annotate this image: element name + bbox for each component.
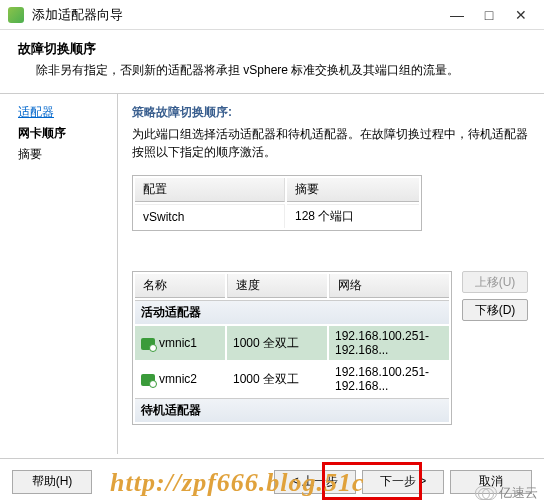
- header-section: 故障切换顺序 除非另有指定，否则新的适配器将承担 vSphere 标准交换机及其…: [0, 30, 544, 94]
- titlebar: 添加适配器向导 — □ ✕: [0, 0, 544, 30]
- vsphere-icon: [8, 7, 24, 23]
- move-up-button[interactable]: 上移(U): [462, 271, 528, 293]
- close-button[interactable]: ✕: [514, 8, 528, 22]
- adapter-table: 名称 速度 网络 活动适配器 vmnic1 1000 全双工 192.168.1…: [132, 271, 452, 425]
- col-speed[interactable]: 速度: [227, 274, 327, 298]
- next-button[interactable]: 下一步 >: [362, 470, 444, 494]
- col-network[interactable]: 网络: [329, 274, 449, 298]
- group-active: 活动适配器: [135, 300, 449, 324]
- table-row[interactable]: vSwitch 128 个端口: [135, 204, 419, 228]
- sidebar-item-summary[interactable]: 摘要: [18, 146, 109, 163]
- nic-speed: 1000 全双工: [227, 326, 327, 360]
- nic-icon: [141, 374, 155, 386]
- col-summary[interactable]: 摘要: [287, 178, 419, 202]
- move-buttons: 上移(U) 下移(D): [462, 271, 528, 425]
- cancel-button[interactable]: 取消: [450, 470, 532, 494]
- move-down-button[interactable]: 下移(D): [462, 299, 528, 321]
- adapter-row[interactable]: vmnic2 1000 全双工 192.168.100.251-192.168.…: [135, 362, 449, 396]
- main-content: 策略故障切换顺序: 为此端口组选择活动适配器和待机适配器。在故障切换过程中，待机…: [118, 94, 544, 454]
- policy-desc: 为此端口组选择活动适配器和待机适配器。在故障切换过程中，待机适配器按照以下指定的…: [132, 125, 532, 161]
- back-button[interactable]: < 上一步: [274, 470, 356, 494]
- config-table: 配置 摘要 vSwitch 128 个端口: [132, 175, 422, 231]
- window-buttons: — □ ✕: [450, 8, 528, 22]
- cell-summary: 128 个端口: [287, 204, 419, 228]
- maximize-button[interactable]: □: [482, 8, 496, 22]
- nic-network: 192.168.100.251-192.168...: [329, 326, 449, 360]
- cell-config: vSwitch: [135, 204, 285, 228]
- nic-name: vmnic2: [159, 372, 197, 386]
- sidebar-item-adapter[interactable]: 适配器: [18, 104, 109, 121]
- header-desc: 除非另有指定，否则新的适配器将承担 vSphere 标准交换机及其端口组的流量。: [18, 62, 526, 79]
- nic-icon: [141, 338, 155, 350]
- nic-name: vmnic1: [159, 336, 197, 350]
- policy-title: 策略故障切换顺序:: [132, 104, 532, 121]
- sidebar-item-nic-order[interactable]: 网卡顺序: [18, 125, 109, 142]
- sidebar: 适配器 网卡顺序 摘要: [0, 94, 118, 454]
- footer: 帮助(H) < 上一步 下一步 > 取消: [0, 458, 544, 504]
- nic-speed: 1000 全双工: [227, 362, 327, 396]
- group-standby: 待机适配器: [135, 398, 449, 422]
- wizard-body: 适配器 网卡顺序 摘要 策略故障切换顺序: 为此端口组选择活动适配器和待机适配器…: [0, 94, 544, 454]
- minimize-button[interactable]: —: [450, 8, 464, 22]
- col-config[interactable]: 配置: [135, 178, 285, 202]
- header-title: 故障切换顺序: [18, 40, 526, 58]
- col-name[interactable]: 名称: [135, 274, 225, 298]
- nic-network: 192.168.100.251-192.168...: [329, 362, 449, 396]
- help-button[interactable]: 帮助(H): [12, 470, 92, 494]
- window-title: 添加适配器向导: [32, 6, 450, 24]
- adapter-row[interactable]: vmnic1 1000 全双工 192.168.100.251-192.168.…: [135, 326, 449, 360]
